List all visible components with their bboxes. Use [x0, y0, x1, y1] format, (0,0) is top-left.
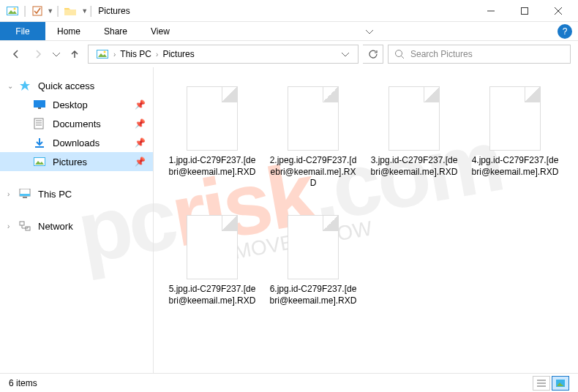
- documents-icon: [34, 118, 47, 129]
- svg-rect-7: [522, 7, 528, 14]
- file-icon: [187, 215, 238, 279]
- sidebar-item-label: Downloads: [53, 137, 100, 148]
- svg-line-15: [402, 56, 405, 59]
- file-list: 1.jpg.id-C279F237.[debri@keemail.me].RXD…: [154, 67, 578, 373]
- file-item[interactable]: 6.jpg.id-C279F237.[debri@keemail.me].RXD: [265, 211, 361, 335]
- sidebar-item-pictures[interactable]: Pictures 📌: [0, 152, 153, 171]
- pin-icon: 📌: [135, 99, 146, 110]
- chevron-right-icon[interactable]: ›: [112, 50, 117, 59]
- chevron-right-icon[interactable]: ›: [7, 222, 10, 230]
- pin-icon: 📌: [135, 137, 146, 148]
- refresh-button[interactable]: [363, 45, 383, 64]
- chevron-down-icon[interactable]: ⌄: [7, 82, 13, 90]
- computer-icon: [19, 189, 32, 199]
- file-item[interactable]: 1.jpg.id-C279F237.[debri@keemail.me].RXD: [164, 82, 260, 206]
- file-name: 2.jpeg.id-C279F237.[debri@keemail.me].RX…: [265, 155, 361, 189]
- folder-icon: [64, 6, 77, 16]
- svg-rect-4: [33, 7, 42, 15]
- ribbon-expand[interactable]: [361, 22, 378, 40]
- pin-icon: 📌: [135, 157, 146, 167]
- file-icon: [187, 86, 238, 151]
- file-item[interactable]: 2.jpeg.id-C279F237.[debri@keemail.me].RX…: [265, 82, 361, 206]
- sidebar-quick-access[interactable]: ⌄ Quick access: [0, 76, 153, 95]
- separator: |: [56, 4, 59, 18]
- sidebar-item-label: Desktop: [53, 99, 88, 110]
- sidebar-item-label: This PC: [38, 189, 72, 200]
- file-icon: [389, 86, 440, 151]
- network-icon: [19, 221, 32, 231]
- navbar: › This PC › Pictures Search Pictures: [0, 41, 578, 67]
- window-title: Pictures: [98, 6, 130, 16]
- file-tab[interactable]: File: [0, 22, 45, 40]
- svg-rect-18: [34, 118, 43, 129]
- svg-point-3: [14, 7, 16, 10]
- file-icon: [489, 86, 541, 151]
- sidebar-item-label: Network: [38, 221, 73, 232]
- file-item[interactable]: 4.jpg.id-C279F237.[debri@keemail.me].RXD: [467, 82, 563, 206]
- svg-rect-17: [38, 108, 41, 109]
- qat-dropdown[interactable]: ▼: [47, 7, 53, 15]
- up-button[interactable]: [66, 45, 83, 63]
- file-icon: [288, 215, 339, 279]
- search-icon: [394, 49, 405, 59]
- check-icon[interactable]: [31, 6, 44, 16]
- sidebar-item-documents[interactable]: Documents 📌: [0, 114, 153, 133]
- close-button[interactable]: [541, 0, 575, 22]
- svg-point-13: [104, 51, 106, 53]
- breadcrumb-dropdown[interactable]: [337, 50, 353, 58]
- desktop-icon: [34, 100, 47, 109]
- sidebar-item-downloads[interactable]: Downloads 📌: [0, 133, 153, 152]
- search-placeholder: Search Pictures: [410, 49, 473, 59]
- help-button[interactable]: ?: [558, 24, 572, 39]
- file-item[interactable]: 3.jpg.id-C279F237.[debri@keemail.me].RXD: [366, 82, 462, 206]
- separator: |: [89, 4, 92, 18]
- sidebar-network[interactable]: › Network: [0, 216, 153, 235]
- tab-share[interactable]: Share: [92, 22, 139, 40]
- svg-rect-27: [20, 194, 30, 196]
- file-icon: [288, 86, 339, 151]
- sidebar-item-label: Documents: [53, 118, 101, 129]
- ribbon: File Home Share View ?: [0, 22, 578, 41]
- file-name: 5.jpg.id-C279F237.[debri@keemail.me].RXD: [164, 284, 260, 306]
- sidebar-item-label: Pictures: [53, 157, 87, 167]
- minimize-button[interactable]: [474, 0, 508, 22]
- chevron-right-icon[interactable]: ›: [154, 50, 159, 59]
- file-name: 3.jpg.id-C279F237.[debri@keemail.me].RXD: [366, 155, 462, 178]
- sidebar-item-desktop[interactable]: Desktop 📌: [0, 95, 153, 114]
- breadcrumb-pictures[interactable]: Pictures: [159, 49, 197, 59]
- svg-rect-28: [23, 197, 27, 198]
- svg-rect-29: [20, 222, 24, 225]
- recent-dropdown[interactable]: [51, 45, 61, 63]
- tab-view[interactable]: View: [139, 22, 181, 40]
- details-view-button[interactable]: [533, 376, 550, 391]
- svg-rect-5: [64, 10, 76, 15]
- downloads-icon: [34, 137, 47, 148]
- titlebar: | ▼ | ▼ | Pictures: [0, 0, 578, 22]
- item-count: 6 items: [9, 378, 37, 388]
- breadcrumb[interactable]: › This PC › Pictures: [88, 45, 359, 64]
- icons-view-button[interactable]: [552, 376, 569, 391]
- statusbar: 6 items: [0, 373, 578, 392]
- folder-dropdown[interactable]: ▼: [81, 7, 88, 15]
- file-item[interactable]: 5.jpg.id-C279F237.[debri@keemail.me].RXD: [164, 211, 260, 335]
- chevron-right-icon[interactable]: ›: [7, 190, 10, 198]
- separator: |: [23, 4, 26, 18]
- tab-home[interactable]: Home: [45, 22, 92, 40]
- file-name: 1.jpg.id-C279F237.[debri@keemail.me].RXD: [164, 155, 260, 178]
- breadcrumb-this-pc[interactable]: This PC: [117, 49, 154, 59]
- pin-icon: 📌: [135, 118, 146, 129]
- file-name: 4.jpg.id-C279F237.[debri@keemail.me].RXD: [467, 155, 563, 178]
- forward-button[interactable]: [29, 45, 47, 63]
- pictures-icon: [6, 6, 19, 16]
- pictures-icon: [34, 157, 47, 166]
- sidebar-item-label: Quick access: [38, 80, 94, 91]
- maximize-button[interactable]: [508, 0, 541, 22]
- pictures-icon: [96, 49, 109, 59]
- svg-point-14: [396, 50, 402, 57]
- sidebar-this-pc[interactable]: › This PC: [0, 184, 153, 203]
- star-icon: [19, 80, 32, 91]
- search-input[interactable]: Search Pictures: [388, 45, 571, 64]
- svg-rect-16: [34, 100, 45, 108]
- back-button[interactable]: [7, 45, 25, 63]
- sidebar: ⌄ Quick access Desktop 📌 Documents 📌 Dow…: [0, 67, 154, 373]
